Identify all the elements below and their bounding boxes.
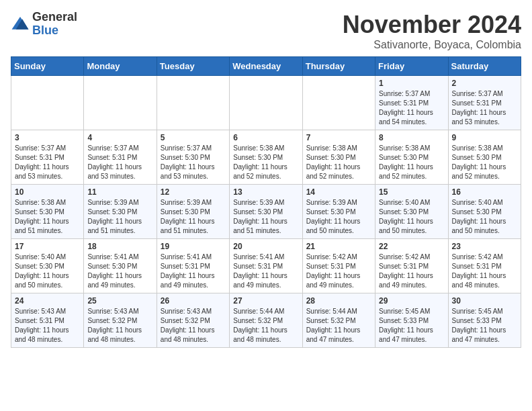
calendar-cell: 17Sunrise: 5:40 AM Sunset: 5:30 PM Dayli… [11, 239, 84, 293]
day-info: Sunrise: 5:39 AM Sunset: 5:30 PM Dayligh… [233, 198, 298, 236]
day-number: 4 [87, 133, 152, 142]
calendar-cell: 29Sunrise: 5:45 AM Sunset: 5:33 PM Dayli… [375, 293, 448, 348]
day-info: Sunrise: 5:43 AM Sunset: 5:31 PM Dayligh… [15, 307, 80, 345]
day-number: 21 [306, 242, 371, 251]
day-info: Sunrise: 5:40 AM Sunset: 5:30 PM Dayligh… [379, 198, 444, 236]
day-number: 26 [161, 296, 226, 306]
calendar-cell [230, 76, 302, 130]
calendar-body: 1Sunrise: 5:37 AM Sunset: 5:31 PM Daylig… [11, 76, 521, 348]
day-info: Sunrise: 5:40 AM Sunset: 5:30 PM Dayligh… [15, 253, 80, 290]
day-number: 17 [15, 242, 80, 251]
calendar-cell: 21Sunrise: 5:42 AM Sunset: 5:31 PM Dayli… [302, 239, 375, 293]
day-number: 18 [87, 242, 152, 251]
day-info: Sunrise: 5:39 AM Sunset: 5:30 PM Dayligh… [87, 198, 152, 236]
weekday-header: Thursday [302, 57, 375, 76]
day-info: Sunrise: 5:42 AM Sunset: 5:31 PM Dayligh… [306, 253, 371, 290]
day-number: 5 [161, 133, 226, 142]
weekday-header: Monday [84, 57, 157, 76]
day-number: 15 [379, 187, 444, 197]
day-info: Sunrise: 5:41 AM Sunset: 5:31 PM Dayligh… [233, 253, 298, 290]
calendar-cell: 1Sunrise: 5:37 AM Sunset: 5:31 PM Daylig… [375, 76, 448, 130]
day-number: 16 [452, 187, 517, 197]
calendar-cell: 5Sunrise: 5:37 AM Sunset: 5:30 PM Daylig… [157, 130, 229, 185]
day-info: Sunrise: 5:45 AM Sunset: 5:33 PM Dayligh… [452, 307, 517, 345]
day-info: Sunrise: 5:41 AM Sunset: 5:30 PM Dayligh… [87, 253, 152, 290]
day-number: 25 [87, 296, 152, 306]
day-info: Sunrise: 5:43 AM Sunset: 5:32 PM Dayligh… [87, 307, 152, 345]
day-number: 6 [233, 133, 298, 142]
calendar-table: SundayMondayTuesdayWednesdayThursdayFrid… [11, 56, 521, 348]
day-info: Sunrise: 5:43 AM Sunset: 5:32 PM Dayligh… [161, 307, 226, 345]
weekday-header: Saturday [448, 57, 521, 76]
weekday-header: Wednesday [230, 57, 302, 76]
day-number: 12 [161, 187, 226, 197]
calendar-cell: 19Sunrise: 5:41 AM Sunset: 5:31 PM Dayli… [157, 239, 229, 293]
calendar-cell: 25Sunrise: 5:43 AM Sunset: 5:32 PM Dayli… [84, 293, 157, 348]
day-info: Sunrise: 5:37 AM Sunset: 5:31 PM Dayligh… [87, 144, 152, 181]
calendar-cell [157, 76, 229, 130]
calendar-title: November 2024 [343, 11, 521, 39]
day-number: 24 [15, 296, 80, 306]
calendar-cell: 30Sunrise: 5:45 AM Sunset: 5:33 PM Dayli… [448, 293, 521, 348]
day-number: 9 [452, 133, 517, 142]
day-number: 10 [15, 187, 80, 197]
calendar-cell: 10Sunrise: 5:38 AM Sunset: 5:30 PM Dayli… [11, 185, 84, 239]
day-info: Sunrise: 5:39 AM Sunset: 5:30 PM Dayligh… [161, 198, 226, 236]
day-info: Sunrise: 5:45 AM Sunset: 5:33 PM Dayligh… [379, 307, 444, 345]
day-number: 7 [306, 133, 371, 142]
title-block: November 2024 Sativanorte, Boyaca, Colom… [343, 11, 521, 51]
calendar-cell: 8Sunrise: 5:38 AM Sunset: 5:30 PM Daylig… [375, 130, 448, 185]
day-info: Sunrise: 5:44 AM Sunset: 5:32 PM Dayligh… [306, 307, 371, 345]
calendar-cell [84, 76, 157, 130]
calendar-cell: 2Sunrise: 5:37 AM Sunset: 5:31 PM Daylig… [448, 76, 521, 130]
day-info: Sunrise: 5:38 AM Sunset: 5:30 PM Dayligh… [379, 144, 444, 181]
day-number: 19 [161, 242, 226, 251]
weekday-row: SundayMondayTuesdayWednesdayThursdayFrid… [11, 57, 521, 76]
calendar-week-row: 1Sunrise: 5:37 AM Sunset: 5:31 PM Daylig… [11, 76, 521, 130]
calendar-cell: 16Sunrise: 5:40 AM Sunset: 5:30 PM Dayli… [448, 185, 521, 239]
day-number: 13 [233, 187, 298, 197]
day-number: 29 [379, 296, 444, 306]
calendar-cell: 14Sunrise: 5:39 AM Sunset: 5:30 PM Dayli… [302, 185, 375, 239]
calendar-cell [302, 76, 375, 130]
day-info: Sunrise: 5:37 AM Sunset: 5:30 PM Dayligh… [161, 144, 226, 181]
day-number: 27 [233, 296, 298, 306]
calendar-cell: 4Sunrise: 5:37 AM Sunset: 5:31 PM Daylig… [84, 130, 157, 185]
calendar-cell: 20Sunrise: 5:41 AM Sunset: 5:31 PM Dayli… [230, 239, 302, 293]
day-number: 11 [87, 187, 152, 197]
day-number: 20 [233, 242, 298, 251]
day-info: Sunrise: 5:38 AM Sunset: 5:30 PM Dayligh… [233, 144, 298, 181]
day-number: 1 [379, 79, 444, 88]
weekday-header: Tuesday [157, 57, 229, 76]
calendar-cell: 23Sunrise: 5:42 AM Sunset: 5:31 PM Dayli… [448, 239, 521, 293]
calendar-cell: 3Sunrise: 5:37 AM Sunset: 5:31 PM Daylig… [11, 130, 84, 185]
day-info: Sunrise: 5:37 AM Sunset: 5:31 PM Dayligh… [452, 89, 517, 127]
calendar-week-row: 17Sunrise: 5:40 AM Sunset: 5:30 PM Dayli… [11, 239, 521, 293]
day-number: 22 [379, 242, 444, 251]
day-info: Sunrise: 5:38 AM Sunset: 5:30 PM Dayligh… [452, 144, 517, 181]
day-info: Sunrise: 5:44 AM Sunset: 5:32 PM Dayligh… [233, 307, 298, 345]
calendar-cell: 6Sunrise: 5:38 AM Sunset: 5:30 PM Daylig… [230, 130, 302, 185]
calendar-cell: 26Sunrise: 5:43 AM Sunset: 5:32 PM Dayli… [157, 293, 229, 348]
day-number: 2 [452, 79, 517, 88]
calendar-cell: 22Sunrise: 5:42 AM Sunset: 5:31 PM Dayli… [375, 239, 448, 293]
day-number: 23 [452, 242, 517, 251]
calendar-cell: 7Sunrise: 5:38 AM Sunset: 5:30 PM Daylig… [302, 130, 375, 185]
calendar-cell: 13Sunrise: 5:39 AM Sunset: 5:30 PM Dayli… [230, 185, 302, 239]
logo: General Blue [11, 11, 77, 38]
calendar-week-row: 3Sunrise: 5:37 AM Sunset: 5:31 PM Daylig… [11, 130, 521, 185]
logo-icon [11, 15, 30, 34]
calendar-cell [11, 76, 84, 130]
calendar-cell: 27Sunrise: 5:44 AM Sunset: 5:32 PM Dayli… [230, 293, 302, 348]
calendar-cell: 9Sunrise: 5:38 AM Sunset: 5:30 PM Daylig… [448, 130, 521, 185]
day-number: 14 [306, 187, 371, 197]
calendar-cell: 12Sunrise: 5:39 AM Sunset: 5:30 PM Dayli… [157, 185, 229, 239]
weekday-header: Sunday [11, 57, 84, 76]
calendar-cell: 28Sunrise: 5:44 AM Sunset: 5:32 PM Dayli… [302, 293, 375, 348]
page-header: General Blue November 2024 Sativanorte, … [11, 11, 521, 51]
calendar-week-row: 10Sunrise: 5:38 AM Sunset: 5:30 PM Dayli… [11, 185, 521, 239]
weekday-header: Friday [375, 57, 448, 76]
calendar-cell: 11Sunrise: 5:39 AM Sunset: 5:30 PM Dayli… [84, 185, 157, 239]
day-number: 30 [452, 296, 517, 306]
day-number: 8 [379, 133, 444, 142]
